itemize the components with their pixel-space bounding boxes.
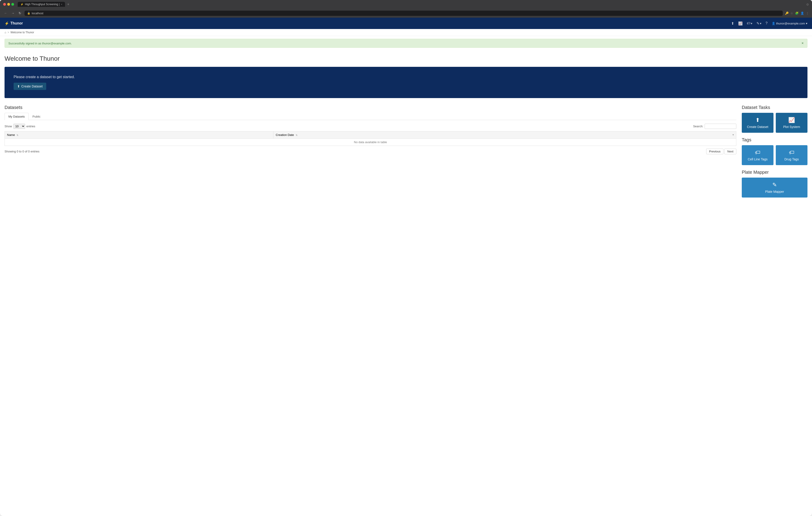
- table-controls: Show 10 25 50 100 entries Search:: [4, 124, 736, 129]
- nav-upload-icon[interactable]: ⬆: [731, 21, 734, 26]
- sidebar-column: Dataset Tasks ⬆ Create Dataset 📈 Plot Sy…: [742, 105, 808, 202]
- nav-brand[interactable]: ⚡ Thunor: [4, 21, 23, 26]
- cell-line-tags-card[interactable]: 🏷 Cell Line Tags: [742, 145, 774, 165]
- browser-key-icon[interactable]: 🔑: [785, 11, 789, 15]
- plate-mapper-grid: ✎ Plate Mapper: [742, 178, 808, 198]
- datasets-tabs: My Datasets Public: [4, 113, 736, 120]
- tab-title: High Throughput Screening |: [25, 3, 60, 6]
- two-col-layout: Datasets My Datasets Public Show 10 25: [4, 105, 808, 202]
- plot-system-icon: 📈: [788, 117, 795, 123]
- alert-success: Successfully signed in as thunor@example…: [4, 39, 808, 48]
- hero-create-dataset-btn[interactable]: ⬆ Create Dataset: [13, 83, 46, 90]
- col-date-sort-icon: ⇅: [296, 134, 297, 136]
- table-header-row: Name ⇅ Creation Date ⇅ ▾: [5, 131, 736, 139]
- table-col-date[interactable]: Creation Date ⇅ ▾: [273, 131, 736, 139]
- browser-maximize-btn[interactable]: [11, 3, 14, 6]
- table-col-name[interactable]: Name ⇅: [5, 131, 273, 139]
- nav-help-icon[interactable]: ?: [765, 21, 767, 25]
- hero-banner: Please create a dataset to get started. …: [4, 67, 808, 98]
- nav-user-email: thunor@example.com: [776, 22, 805, 25]
- brand-name: Thunor: [10, 21, 23, 25]
- search-input[interactable]: [705, 124, 736, 129]
- app-wrapper: ⚡ Thunor ⬆ 📈 🏷 ▾ ✎ ▾ ? 👤 thunor@example.…: [0, 18, 812, 516]
- tab-my-datasets[interactable]: My Datasets: [4, 113, 29, 120]
- datasets-column: Datasets My Datasets Public Show 10 25: [4, 105, 736, 202]
- browser-minimize-btn[interactable]: [7, 3, 10, 6]
- browser-extension-icon[interactable]: 🧩: [795, 11, 799, 15]
- browser-controls: [3, 3, 14, 6]
- datasets-table: Name ⇅ Creation Date ⇅ ▾: [4, 131, 736, 146]
- browser-toolbar: ← → ↻ 🔒 localhost 🔑 ☆ 🧩 👤 ⋮: [0, 9, 812, 18]
- search-control: Search:: [693, 124, 736, 129]
- address-text: localhost: [32, 11, 43, 15]
- breadcrumb-home-link[interactable]: ⌂: [4, 31, 6, 34]
- page-content: Welcome to Thunor Please create a datase…: [0, 51, 812, 209]
- page-title: Welcome to Thunor: [4, 55, 808, 62]
- browser-star-icon[interactable]: ☆: [790, 11, 793, 15]
- hero-btn-label: Create Dataset: [21, 85, 42, 88]
- create-dataset-task-card[interactable]: ⬆ Create Dataset: [742, 113, 774, 133]
- entries-label: entries: [27, 125, 35, 128]
- address-bar[interactable]: 🔒 localhost: [25, 11, 783, 16]
- lock-icon: 🔒: [27, 12, 30, 15]
- nav-user-chevron: ▾: [806, 22, 808, 25]
- browser-window-controls: ⊙: [806, 3, 809, 6]
- nav-chart-icon[interactable]: 📈: [738, 21, 743, 26]
- nav-forward-btn[interactable]: →: [10, 11, 16, 16]
- search-label: Search:: [693, 125, 703, 128]
- breadcrumb-current: Welcome to Thunor: [10, 31, 34, 34]
- col-name-sort-icon: ⇅: [17, 134, 18, 136]
- browser-titlebar: ⚡ High Throughput Screening | × + ⊙: [0, 0, 812, 9]
- nav-tag-dropdown[interactable]: 🏷 ▾: [747, 21, 752, 25]
- next-page-btn[interactable]: Next: [724, 149, 736, 154]
- pagination-buttons: Previous Next: [706, 149, 736, 154]
- drug-tags-label: Drug Tags: [784, 157, 799, 161]
- datasets-section-title: Datasets: [4, 105, 736, 110]
- plate-mapper-icon: ✎: [772, 182, 777, 188]
- plate-mapper-card[interactable]: ✎ Plate Mapper: [742, 178, 808, 198]
- browser-tabs: ⚡ High Throughput Screening | × +: [18, 2, 805, 7]
- breadcrumb-separator: >: [7, 31, 9, 34]
- tab-close-btn[interactable]: ×: [61, 3, 62, 6]
- nav-user-menu[interactable]: 👤 thunor@example.com ▾: [772, 22, 808, 25]
- plot-system-label: Plot System: [783, 125, 800, 129]
- nav-refresh-btn[interactable]: ↻: [18, 11, 22, 16]
- drug-tags-icon: 🏷: [789, 149, 794, 156]
- nav-edit-dropdown[interactable]: ✎ ▾: [756, 21, 761, 26]
- create-dataset-label: Create Dataset: [747, 125, 768, 129]
- create-dataset-icon: ⬆: [755, 117, 760, 123]
- tags-grid: 🏷 Cell Line Tags 🏷 Drug Tags: [742, 145, 808, 165]
- plot-system-task-card[interactable]: 📈 Plot System: [776, 113, 808, 133]
- tab-public[interactable]: Public: [29, 113, 44, 120]
- alert-message: Successfully signed in as thunor@example…: [8, 42, 72, 45]
- browser-toolbar-right: 🔑 ☆ 🧩 👤 ⋮: [785, 11, 809, 15]
- pagination-info: Showing 0 to 0 of 0 entries: [4, 150, 39, 153]
- browser-frame: ⚡ High Throughput Screening | × + ⊙ ← → …: [0, 0, 812, 516]
- browser-menu-icon[interactable]: ⋮: [806, 11, 809, 15]
- col-date-dropdown-icon[interactable]: ▾: [732, 133, 734, 136]
- cell-line-tags-label: Cell Line Tags: [748, 157, 767, 161]
- nav-back-btn[interactable]: ←: [3, 11, 8, 16]
- prev-page-btn[interactable]: Previous: [706, 149, 724, 154]
- alert-close-btn[interactable]: ×: [802, 41, 804, 45]
- col-date-label: Creation Date: [276, 133, 294, 136]
- plate-mapper-label: Plate Mapper: [765, 190, 784, 193]
- pagination-bar: Showing 0 to 0 of 0 entries Previous Nex…: [4, 149, 736, 154]
- show-entries-select[interactable]: 10 25 50 100: [13, 124, 25, 129]
- plate-mapper-title: Plate Mapper: [742, 170, 808, 175]
- browser-user-icon[interactable]: 👤: [801, 11, 804, 15]
- tab-icon: ⚡: [20, 3, 24, 6]
- col-name-label: Name: [7, 133, 15, 136]
- app-nav: ⚡ Thunor ⬆ 📈 🏷 ▾ ✎ ▾ ? 👤 thunor@example.…: [0, 18, 812, 29]
- new-tab-btn[interactable]: +: [66, 2, 71, 6]
- hero-btn-icon: ⬆: [17, 85, 20, 88]
- nav-user-icon: 👤: [772, 22, 775, 25]
- hero-text: Please create a dataset to get started.: [13, 75, 799, 79]
- tags-section-title: Tags: [742, 137, 808, 143]
- show-entries: Show 10 25 50 100 entries: [4, 124, 35, 129]
- drug-tags-card[interactable]: 🏷 Drug Tags: [776, 145, 808, 165]
- browser-tab-active[interactable]: ⚡ High Throughput Screening | ×: [18, 2, 65, 7]
- dataset-task-grid: ⬆ Create Dataset 📈 Plot System: [742, 113, 808, 133]
- brand-icon: ⚡: [4, 21, 9, 26]
- browser-close-btn[interactable]: [3, 3, 6, 6]
